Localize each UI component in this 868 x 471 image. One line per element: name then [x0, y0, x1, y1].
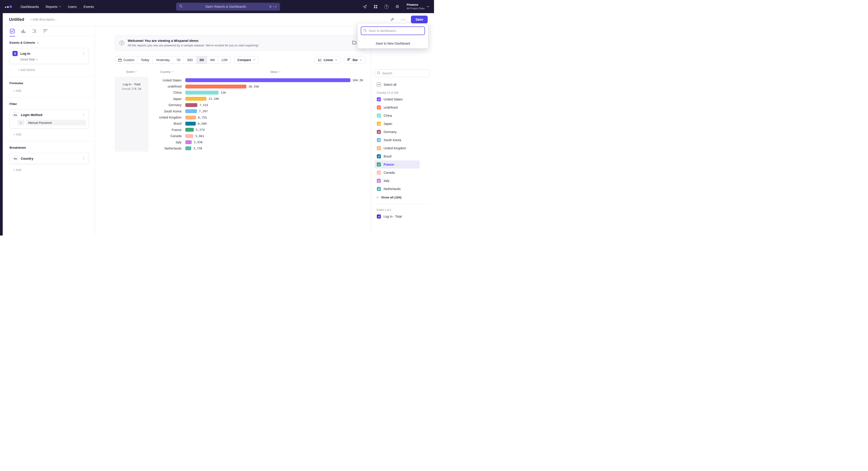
select-all-row[interactable]: Select all [375, 83, 430, 87]
filter-operator[interactable]: = [18, 120, 24, 125]
checkbox[interactable] [377, 171, 381, 175]
filter-card[interactable]: Aa Login Method ⋮ = Manual Password [9, 109, 89, 128]
kebab-menu-icon[interactable]: ⋮ [81, 113, 86, 117]
events-section-header[interactable]: Events & Cohorts [9, 41, 89, 45]
breakdown-card[interactable]: Aa Country ⋮ [9, 153, 89, 164]
add-description-button[interactable]: + Add description... [30, 18, 57, 21]
nav-item-users[interactable]: Users [68, 5, 76, 8]
range-custom[interactable]: Custom [115, 56, 137, 64]
checkbox[interactable] [377, 130, 381, 134]
bar[interactable] [185, 78, 350, 82]
legend-item-south-korea[interactable]: South Korea [375, 136, 420, 144]
add-formula-button[interactable]: + Add [9, 89, 89, 92]
scale-selector[interactable]: Linear [315, 56, 341, 64]
legend-item-undefined[interactable]: undefined [375, 104, 420, 112]
chart-type-selector[interactable]: Bar [344, 56, 365, 64]
select-all-checkbox[interactable] [377, 83, 381, 87]
checkbox[interactable] [377, 114, 381, 118]
checkbox[interactable] [377, 187, 381, 191]
series-meta-box[interactable]: Log In - Total Overall276.5K [115, 77, 148, 152]
dashboard-search-field[interactable] [361, 27, 425, 35]
report-title[interactable]: Untitled [9, 17, 24, 22]
bar-value-label: 5,061 [195, 135, 204, 138]
tab-funnels[interactable] [21, 26, 26, 36]
column-header-country[interactable]: Country [148, 70, 185, 73]
checkbox[interactable] [377, 179, 381, 183]
metric-event-name[interactable]: Log In [20, 52, 79, 55]
range-6m[interactable]: 6M [207, 56, 218, 64]
kebab-menu-icon[interactable]: ⋮ [81, 51, 86, 56]
range-yesterday[interactable]: Yesterday [153, 56, 173, 64]
save-button[interactable]: Save [411, 16, 428, 23]
legend-item-japan[interactable]: Japan [375, 120, 420, 128]
legend-item-united-kingdom[interactable]: United Kingdom [375, 144, 420, 152]
apps-grid-icon[interactable] [373, 4, 378, 9]
gear-icon[interactable]: ⚙ [395, 4, 400, 9]
breakdown-property-name[interactable]: Country [21, 157, 79, 160]
checkbox[interactable] [377, 146, 381, 150]
legend-item-france[interactable]: France [375, 160, 420, 169]
legend-item-italy[interactable]: Italy [375, 177, 420, 185]
nav-item-dashboards[interactable]: Dashboards [21, 5, 39, 8]
bar[interactable] [185, 122, 196, 125]
nav-item-reports[interactable]: Reports [46, 5, 61, 8]
legend-item-united-states[interactable]: United States [375, 95, 420, 104]
legend-item-log-in---total[interactable]: Log In - Total [375, 212, 420, 220]
range-30d[interactable]: 30D [184, 56, 196, 64]
bar[interactable] [185, 116, 196, 119]
legend-search-input[interactable] [382, 71, 427, 75]
range-today[interactable]: Today [137, 56, 152, 64]
bar[interactable] [185, 91, 219, 94]
bar[interactable] [185, 134, 193, 138]
kebab-menu-icon[interactable]: ⋮ [81, 156, 86, 160]
tab-retention[interactable] [43, 26, 49, 36]
help-icon[interactable]: ? [384, 4, 389, 9]
filter-value-input[interactable]: Manual Password [26, 120, 86, 125]
checkbox[interactable] [377, 138, 381, 142]
project-switcher[interactable]: Finance All Project Data [407, 3, 429, 10]
range-7d[interactable]: 7D [173, 56, 184, 64]
legend-item-canada[interactable]: Canada [375, 169, 420, 177]
add-metric-button[interactable]: + Add Metric [9, 68, 89, 72]
legend-item-germany[interactable]: Germany [375, 128, 420, 136]
show-all-button[interactable]: Show all (184) [375, 196, 430, 199]
column-header-event[interactable]: Event [115, 70, 148, 73]
filter-property-name[interactable]: Login Method [21, 113, 79, 117]
range-3m[interactable]: 3M [196, 56, 207, 64]
bar[interactable] [185, 85, 246, 88]
dashboard-search-input[interactable] [369, 29, 422, 33]
checkbox[interactable] [377, 154, 381, 158]
checkbox[interactable] [377, 214, 381, 218]
nav-item-events[interactable]: Events [84, 5, 94, 8]
legend-item-brazil[interactable]: Brazil [375, 152, 420, 160]
compare-button[interactable]: Compare [234, 56, 258, 64]
bar[interactable] [185, 128, 194, 132]
more-options-icon[interactable]: ⋯ [400, 17, 406, 22]
legend-item-netherlands[interactable]: Netherlands [375, 185, 420, 193]
legend-item-china[interactable]: China [375, 112, 420, 120]
range-12m[interactable]: 12M [218, 56, 230, 64]
tab-insights[interactable] [9, 26, 15, 36]
bar[interactable] [185, 146, 191, 150]
filter-section-title: Filter [9, 102, 17, 106]
checkbox[interactable] [377, 106, 381, 110]
checkbox[interactable] [377, 122, 381, 126]
add-breakdown-button[interactable]: + Add [9, 168, 89, 172]
bar[interactable] [185, 103, 197, 107]
save-to-new-dashboard-item[interactable]: Save to New Dashboard [358, 38, 428, 49]
bar[interactable] [185, 109, 197, 113]
checkbox[interactable] [377, 163, 381, 167]
mixpanel-logo[interactable] [5, 5, 12, 8]
send-feedback-icon[interactable] [362, 4, 367, 9]
add-filter-button[interactable]: + Add [9, 133, 89, 136]
checkbox[interactable] [377, 97, 381, 101]
column-header-value[interactable]: Value [185, 70, 365, 73]
bar[interactable] [185, 97, 206, 101]
copy-link-icon[interactable] [389, 17, 395, 22]
global-search-button[interactable]: Open Reports & Dashboards ⌘ + K [176, 3, 280, 11]
tab-flows[interactable] [32, 26, 37, 36]
metric-card[interactable]: A Log In ⋮ Count Total [9, 48, 89, 64]
bar[interactable] [185, 140, 192, 144]
aggregation-selector[interactable]: Count Total [12, 58, 86, 61]
legend-search[interactable] [375, 69, 430, 77]
